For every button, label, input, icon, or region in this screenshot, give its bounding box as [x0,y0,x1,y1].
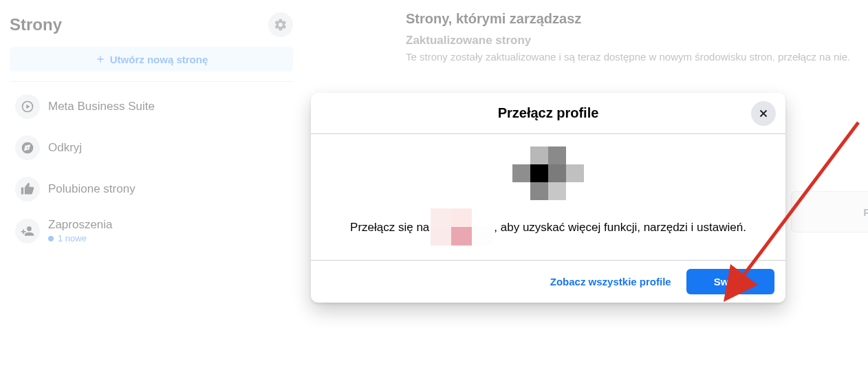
divider [10,81,293,82]
modal-header: Przełącz profile [311,93,785,134]
modal-description: Przełącz się na , aby uzyskać więcej fun… [350,208,746,246]
sidebar-item-label: Meta Business Suite [48,100,155,113]
modal-footer: Zobacz wszystkie profile Switch [311,260,785,303]
switch-profile-modal: Przełącz profile Przełącz się na [311,93,785,303]
sidebar-item-label: Zaproszenia [48,218,113,232]
plus-icon [95,54,106,65]
sidebar-title: Strony [10,15,62,34]
sidebar-item-liked-pages[interactable]: Polubione strony [10,170,293,208]
switch-button[interactable]: Switch [686,269,774,294]
page-title: Strony, którymi zarządzasz [406,11,868,27]
thumb-up-icon [15,177,40,202]
sidebar-item-label: Odkryj [48,141,82,155]
create-page-label: Utwórz nową stronę [110,54,208,65]
sidebar: Strony Utwórz nową stronę Meta Business … [0,0,303,370]
create-page-button[interactable]: Utwórz nową stronę [10,47,293,72]
sidebar-item-discover[interactable]: Odkryj [10,129,293,167]
profile-image [512,146,584,200]
sidebar-item-sublabel: 1 nowe [48,233,113,243]
settings-button[interactable] [268,12,293,37]
modal-title: Przełącz profile [498,105,599,121]
notification-dot-icon [48,236,54,241]
promote-label: Promuj [863,206,868,218]
modal-body: Przełącz się na , aby uzyskać więcej fun… [311,134,785,260]
see-all-profiles-link[interactable]: Zobacz wszystkie profile [541,269,681,294]
main-content: Strony, którymi zarządzasz Zaktualizowan… [406,11,868,64]
compass-icon [15,135,40,160]
sidebar-item-meta-business-suite[interactable]: Meta Business Suite [10,87,293,126]
person-add-icon [15,219,40,243]
gear-icon [274,18,287,32]
promote-button[interactable]: Promuj [791,191,868,232]
section-subtitle: Zaktualizowane strony [406,34,868,47]
arrow-circle-icon [15,94,40,119]
close-button[interactable] [751,101,776,126]
sidebar-item-invites[interactable]: Zaproszenia 1 nowe [10,211,293,250]
sidebar-item-label: Polubione strony [48,182,135,196]
inline-profile-image [431,208,492,246]
section-description: Te strony zostały zaktualizowane i są te… [406,50,860,64]
close-icon [757,107,770,120]
